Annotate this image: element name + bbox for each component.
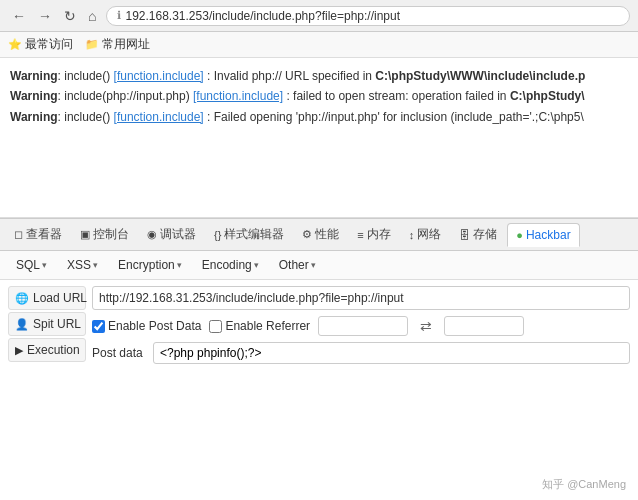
xss-label: XSS [67,258,91,272]
star-icon: ⭐ [8,38,22,51]
storage-icon: 🗄 [459,229,470,241]
warning-line-3: Warning: include() [function.include] : … [10,107,628,127]
tab-storage[interactable]: 🗄 存储 [451,222,505,247]
hackbar-menu: SQL ▾ XSS ▾ Encryption ▾ Encoding ▾ Othe… [0,251,638,280]
network-icon: ↕ [409,229,415,241]
xss-arrow: ▾ [93,260,98,270]
warning-line-2: Warning: include(php://input.php) [funct… [10,86,628,106]
load-url-label: Load URL [33,291,87,305]
back-button[interactable]: ← [8,6,30,26]
reload-button[interactable]: ↻ [60,6,80,26]
bookmark-frequent-label: 最常访问 [25,36,73,53]
execution-icon: ▶ [15,344,23,357]
bookmarks-bar: ⭐ 最常访问 📁 常用网址 [0,32,638,58]
home-button[interactable]: ⌂ [84,6,100,26]
tab-inspector-label: 查看器 [26,226,62,243]
enable-post-label: Enable Post Data [108,319,201,333]
warning-link-3[interactable]: [function.include] [114,110,204,124]
forward-button[interactable]: → [34,6,56,26]
folder-icon: 📁 [85,38,99,51]
tab-memory[interactable]: ≡ 内存 [349,222,398,247]
sql-menu[interactable]: SQL ▾ [8,255,55,275]
sql-label: SQL [16,258,40,272]
postdata-row: Post data [92,342,630,364]
warning-line-1: Warning: include() [function.include] : … [10,66,628,86]
console-icon: ▣ [80,228,90,241]
tab-memory-label: 内存 [367,226,391,243]
hackbar-options: Enable Post Data Enable Referrer ⇄ [92,316,630,336]
hackbar-dot-icon: ● [516,229,523,241]
url-display: 192.168.31.253/include/include.php?file=… [125,9,400,23]
tab-storage-label: 存储 [473,226,497,243]
transfer-icon: ⇄ [416,316,436,336]
tab-style-editor[interactable]: {} 样式编辑器 [206,222,292,247]
sql-arrow: ▾ [42,260,47,270]
tab-debugger[interactable]: ◉ 调试器 [139,222,204,247]
devtools-panel: ◻ 查看器 ▣ 控制台 ◉ 调试器 {} 样式编辑器 ⚙ 性能 ≡ 内存 ↕ 网… [0,218,638,400]
style-icon: {} [214,229,221,241]
page-content: Warning: include() [function.include] : … [0,58,638,218]
spit-url-icon: 👤 [15,318,29,331]
warning-link-2[interactable]: [function.include] [193,89,283,103]
enable-referrer-group: Enable Referrer [209,319,310,333]
enable-referrer-label: Enable Referrer [225,319,310,333]
tab-performance[interactable]: ⚙ 性能 [294,222,347,247]
encoding-arrow: ▾ [254,260,259,270]
tab-hackbar[interactable]: ● Hackbar [507,223,579,247]
tab-network-label: 网络 [417,226,441,243]
warning-link-1[interactable]: [function.include] [114,69,204,83]
watermark: 知乎 @CanMeng [542,477,626,492]
encoding-menu[interactable]: Encoding ▾ [194,255,267,275]
tab-network[interactable]: ↕ 网络 [401,222,450,247]
tab-inspector[interactable]: ◻ 查看器 [6,222,70,247]
nav-buttons: ← → ↻ ⌂ [8,6,100,26]
encryption-menu[interactable]: Encryption ▾ [110,255,190,275]
xss-menu[interactable]: XSS ▾ [59,255,106,275]
browser-bar: ← → ↻ ⌂ ℹ 192.168.31.253/include/include… [0,0,638,32]
warning-label-3: Warning [10,110,58,124]
url-input[interactable] [92,286,630,310]
warning-func-1: include() [64,69,113,83]
spit-url-button[interactable]: 👤 Spit URL [8,312,86,336]
tab-console[interactable]: ▣ 控制台 [72,222,137,247]
warning-msg-3: : Failed opening 'php://input.php' for i… [207,110,584,124]
debugger-icon: ◉ [147,228,157,241]
hackbar-main: Enable Post Data Enable Referrer ⇄ Post … [92,286,630,394]
perf-icon: ⚙ [302,228,312,241]
encoding-label: Encoding [202,258,252,272]
encryption-arrow: ▾ [177,260,182,270]
encryption-label: Encryption [118,258,175,272]
tab-debugger-label: 调试器 [160,226,196,243]
execution-button[interactable]: ▶ Execution [8,338,86,362]
lock-icon: ℹ [117,9,121,22]
spit-url-label: Spit URL [33,317,81,331]
hackbar: SQL ▾ XSS ▾ Encryption ▾ Encoding ▾ Othe… [0,251,638,400]
warning-msg-1: : Invalid php:// URL specified in C:\php… [207,69,585,83]
warning-func-3: include() [64,110,113,124]
referrer-input[interactable] [318,316,408,336]
warning-msg-2: : failed to open stream: operation faile… [286,89,584,103]
hackbar-sidebar: 🌐 Load URL 👤 Spit URL ▶ Execution [8,286,86,394]
enable-post-checkbox[interactable] [92,320,105,333]
other-menu[interactable]: Other ▾ [271,255,324,275]
other-arrow: ▾ [311,260,316,270]
warning-func-2: include(php://input.php) [64,89,193,103]
tab-style-label: 样式编辑器 [224,226,284,243]
bookmark-frequent[interactable]: ⭐ 最常访问 [8,36,73,53]
referrer-input2[interactable] [444,316,524,336]
enable-post-group: Enable Post Data [92,319,201,333]
tab-console-label: 控制台 [93,226,129,243]
warning-label-2: Warning [10,89,58,103]
devtools-tabs: ◻ 查看器 ▣ 控制台 ◉ 调试器 {} 样式编辑器 ⚙ 性能 ≡ 内存 ↕ 网… [0,219,638,251]
load-url-button[interactable]: 🌐 Load URL [8,286,86,310]
postdata-input[interactable] [153,342,630,364]
enable-referrer-checkbox[interactable] [209,320,222,333]
bookmark-common-label: 常用网址 [102,36,150,53]
tab-hackbar-label: Hackbar [526,228,571,242]
bookmark-common[interactable]: 📁 常用网址 [85,36,150,53]
address-bar[interactable]: ℹ 192.168.31.253/include/include.php?fil… [106,6,630,26]
inspector-icon: ◻ [14,228,23,241]
load-url-icon: 🌐 [15,292,29,305]
memory-icon: ≡ [357,229,363,241]
hackbar-body: 🌐 Load URL 👤 Spit URL ▶ Execution [0,280,638,400]
